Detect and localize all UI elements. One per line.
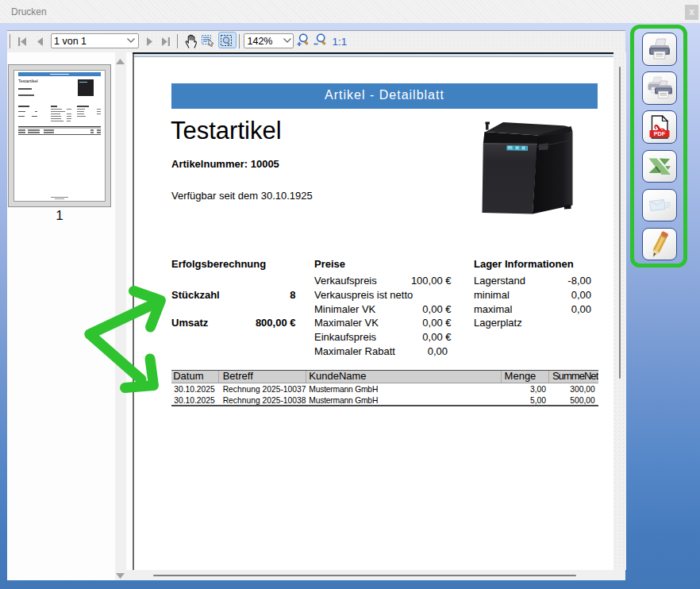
svg-text:PDF: PDF	[654, 130, 666, 137]
